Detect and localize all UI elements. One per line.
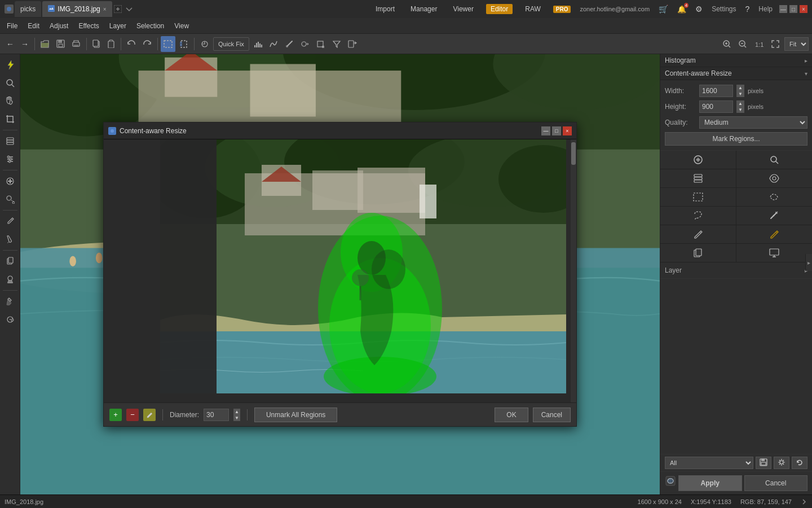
curves-btn[interactable]	[266, 36, 281, 52]
export-btn[interactable]	[345, 36, 360, 52]
crop-tool-btn[interactable]	[2, 111, 19, 128]
dialog-minimize-btn[interactable]: —	[541, 126, 550, 135]
editor-btn[interactable]: Editor	[486, 4, 513, 14]
paste-btn[interactable]	[104, 36, 118, 52]
width-down-btn[interactable]: ▼	[736, 91, 744, 97]
save-btn[interactable]	[54, 36, 68, 52]
width-up-btn[interactable]: ▲	[736, 85, 744, 91]
cancel-panel-btn[interactable]: Cancel	[744, 475, 808, 491]
new-tab-icon[interactable]	[113, 1, 122, 17]
copy-btn[interactable]	[90, 36, 103, 52]
mark-region-btn[interactable]: +	[109, 409, 122, 421]
save-panel-btn[interactable]	[756, 457, 771, 469]
lightning-tool-btn[interactable]	[2, 56, 19, 73]
unmark-all-btn[interactable]: Unmark All Regions	[254, 408, 337, 422]
menu-layer[interactable]: Layer	[105, 21, 131, 31]
win-maximize-btn[interactable]: □	[789, 5, 797, 13]
paint-btn[interactable]	[2, 231, 19, 248]
menu-effects[interactable]: Effects	[74, 21, 103, 31]
search-tool-btn[interactable]	[2, 75, 19, 91]
status-scroll[interactable]	[801, 498, 807, 505]
transform-btn[interactable]	[314, 36, 328, 52]
tg-lasso-btn[interactable]	[660, 207, 736, 225]
fit-btn[interactable]	[769, 36, 782, 52]
settings-icon[interactable]: ⚙	[695, 5, 703, 14]
raw-btn[interactable]: RAW	[522, 4, 544, 14]
clone-tool-btn[interactable]	[298, 36, 312, 52]
tg-magic-wand-btn[interactable]	[736, 207, 812, 225]
menu-edit[interactable]: Edit	[23, 21, 44, 31]
height-down-btn[interactable]: ▼	[736, 107, 744, 113]
height-up-btn[interactable]: ▲	[736, 100, 744, 107]
watch-btn[interactable]	[2, 311, 19, 328]
zoom-select[interactable]: Fit	[784, 37, 809, 51]
tg-pen-btn[interactable]	[660, 225, 736, 243]
help-icon[interactable]: ?	[745, 5, 750, 14]
win-close-btn[interactable]: ×	[800, 5, 807, 13]
quickfix-btn[interactable]: Quick Fix	[213, 37, 249, 51]
dialog-canvas[interactable]	[104, 139, 576, 402]
back-btn[interactable]: ←	[3, 36, 17, 52]
diameter-input[interactable]	[204, 409, 229, 421]
dialog-maximize-btn[interactable]: □	[552, 126, 561, 135]
tab-image-close[interactable]: ×	[103, 6, 107, 12]
tg-copy-btn[interactable]	[660, 244, 736, 262]
tg-select-btn[interactable]	[660, 188, 736, 206]
mark-regions-btn[interactable]: Mark Regions...	[665, 132, 807, 146]
zoom-in-btn[interactable]	[720, 36, 734, 52]
unmark-btn-icon[interactable]: −	[126, 409, 139, 421]
adjust-panel-btn[interactable]	[2, 151, 19, 168]
brush-tool-btn[interactable]	[282, 36, 297, 52]
win-minimize-btn[interactable]: —	[779, 5, 787, 13]
layer-icon-btn[interactable]	[665, 475, 676, 487]
hand-tool-btn[interactable]	[2, 93, 19, 110]
menu-adjust[interactable]: Adjust	[45, 21, 73, 31]
filter-btn[interactable]	[329, 36, 344, 52]
pen-btn[interactable]	[143, 409, 156, 421]
content-aware-collapse-arrow[interactable]: ▾	[805, 71, 807, 77]
stamp-btn[interactable]	[2, 271, 19, 288]
dialog-scrollbar[interactable]	[571, 139, 576, 402]
tg-layers-btn[interactable]	[660, 169, 736, 187]
tg-view-btn[interactable]	[736, 169, 812, 187]
dialog-ok-btn[interactable]: OK	[495, 408, 528, 422]
tg-pen2-btn[interactable]	[736, 225, 812, 243]
canvas-area[interactable]: Content-aware Resize — □ ×	[20, 54, 660, 494]
tg-search-btn[interactable]	[736, 151, 812, 169]
zoom-out-btn[interactable]	[736, 36, 749, 52]
zoom-reset-btn[interactable]: 1:1	[752, 36, 766, 52]
tab-image[interactable]: IMG_2018.jpg ×	[42, 1, 112, 17]
tg-adjust-btn[interactable]	[660, 151, 736, 169]
tab-picks[interactable]: picks	[15, 1, 41, 17]
menu-view[interactable]: View	[170, 21, 193, 31]
filter-select[interactable]: All	[665, 457, 753, 469]
width-input[interactable]	[699, 85, 733, 97]
dialog-close-btn[interactable]: ×	[563, 126, 572, 135]
refresh-panel-btn[interactable]	[792, 457, 807, 469]
tg-monitor-btn[interactable]	[736, 244, 812, 262]
redo-btn[interactable]	[140, 36, 155, 52]
dialog-cancel-btn[interactable]: Cancel	[533, 408, 571, 422]
diameter-up-btn[interactable]: ▲	[233, 409, 240, 415]
quality-select[interactable]: Medium Low High	[699, 116, 807, 129]
open-folder-btn[interactable]	[38, 36, 52, 52]
tg-select2-btn[interactable]	[736, 188, 812, 206]
height-input[interactable]	[699, 100, 733, 113]
select-mode-btn[interactable]	[176, 36, 191, 52]
healing-btn[interactable]	[2, 173, 19, 190]
apply-btn[interactable]: Apply	[678, 475, 742, 491]
bucket-btn[interactable]	[2, 293, 19, 310]
undo-btn[interactable]	[124, 36, 139, 52]
panel-expand-arrow[interactable]: ▸	[805, 254, 812, 271]
clone-btn[interactable]	[2, 191, 19, 208]
settings-panel-btn[interactable]	[774, 457, 789, 469]
print-btn[interactable]	[69, 36, 83, 52]
forward-btn[interactable]: →	[18, 36, 32, 52]
menu-file[interactable]: File	[2, 21, 22, 31]
copy2-btn[interactable]	[2, 253, 19, 270]
pencil-btn[interactable]	[2, 213, 19, 230]
develop-btn[interactable]	[197, 36, 212, 52]
select-rect-btn[interactable]	[161, 36, 175, 52]
menu-selection[interactable]: Selection	[132, 21, 169, 31]
import-btn[interactable]: Import	[372, 4, 398, 14]
